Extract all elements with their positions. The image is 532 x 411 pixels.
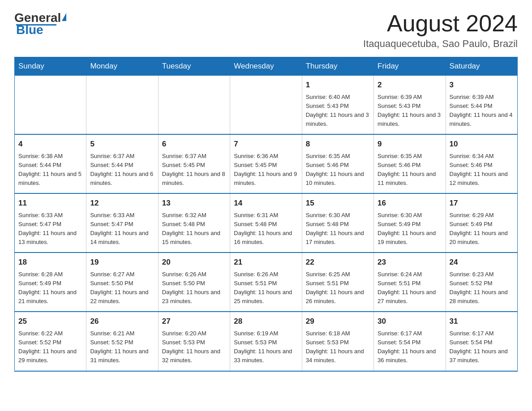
day-info: Sunrise: 6:17 AM Sunset: 5:54 PM Dayligh… (450, 329, 514, 365)
day-info: Sunrise: 6:21 AM Sunset: 5:52 PM Dayligh… (90, 329, 154, 365)
header-row: SundayMondayTuesdayWednesdayThursdayFrid… (15, 57, 518, 76)
day-info: Sunrise: 6:38 AM Sunset: 5:44 PM Dayligh… (18, 152, 82, 188)
day-info: Sunrise: 6:36 AM Sunset: 5:45 PM Dayligh… (234, 152, 298, 188)
day-info: Sunrise: 6:37 AM Sunset: 5:44 PM Dayligh… (90, 152, 154, 188)
day-number: 26 (90, 316, 154, 327)
day-info: Sunrise: 6:33 AM Sunset: 5:47 PM Dayligh… (18, 211, 82, 247)
day-cell (230, 76, 302, 135)
day-info: Sunrise: 6:20 AM Sunset: 5:53 PM Dayligh… (162, 329, 226, 365)
day-info: Sunrise: 6:27 AM Sunset: 5:50 PM Dayligh… (90, 270, 154, 306)
day-info: Sunrise: 6:25 AM Sunset: 5:51 PM Dayligh… (306, 270, 370, 306)
day-cell: 19Sunrise: 6:27 AM Sunset: 5:50 PM Dayli… (86, 253, 158, 312)
day-number: 14 (234, 197, 298, 209)
day-number: 11 (18, 197, 82, 209)
day-info: Sunrise: 6:22 AM Sunset: 5:52 PM Dayligh… (18, 329, 82, 365)
day-info: Sunrise: 6:24 AM Sunset: 5:51 PM Dayligh… (378, 270, 442, 306)
day-cell: 3Sunrise: 6:39 AM Sunset: 5:44 PM Daylig… (446, 76, 517, 135)
day-cell: 29Sunrise: 6:18 AM Sunset: 5:53 PM Dayli… (302, 312, 373, 371)
day-info: Sunrise: 6:40 AM Sunset: 5:43 PM Dayligh… (306, 93, 370, 129)
day-number: 10 (450, 138, 514, 150)
day-info: Sunrise: 6:26 AM Sunset: 5:51 PM Dayligh… (234, 270, 298, 306)
day-info: Sunrise: 6:17 AM Sunset: 5:54 PM Dayligh… (378, 329, 442, 365)
day-cell (15, 76, 86, 135)
day-number: 21 (234, 257, 298, 268)
day-cell: 27Sunrise: 6:20 AM Sunset: 5:53 PM Dayli… (158, 312, 230, 371)
header-day-tuesday: Tuesday (158, 57, 230, 76)
day-cell: 15Sunrise: 6:30 AM Sunset: 5:48 PM Dayli… (302, 193, 373, 253)
title-area: August 2024 Itaquaquecetuba, Sao Paulo, … (363, 11, 518, 50)
day-number: 13 (162, 197, 226, 209)
day-cell: 31Sunrise: 6:17 AM Sunset: 5:54 PM Dayli… (446, 312, 517, 371)
day-number: 31 (450, 316, 514, 327)
day-cell: 24Sunrise: 6:23 AM Sunset: 5:52 PM Dayli… (446, 253, 517, 312)
day-cell: 13Sunrise: 6:32 AM Sunset: 5:48 PM Dayli… (158, 193, 230, 253)
day-number: 29 (306, 316, 370, 327)
day-number: 19 (90, 257, 154, 268)
day-number: 15 (306, 197, 370, 209)
day-cell: 17Sunrise: 6:29 AM Sunset: 5:49 PM Dayli… (446, 193, 517, 253)
logo-blue-text: Blue (16, 23, 43, 37)
week-row-1: 1Sunrise: 6:40 AM Sunset: 5:43 PM Daylig… (15, 76, 518, 135)
header-day-saturday: Saturday (446, 57, 517, 76)
calendar-body: 1Sunrise: 6:40 AM Sunset: 5:43 PM Daylig… (15, 76, 518, 371)
header-day-sunday: Sunday (15, 57, 86, 76)
day-number: 9 (378, 138, 442, 150)
day-cell: 10Sunrise: 6:34 AM Sunset: 5:46 PM Dayli… (446, 134, 517, 193)
day-cell: 21Sunrise: 6:26 AM Sunset: 5:51 PM Dayli… (230, 253, 302, 312)
day-number: 3 (450, 79, 514, 91)
day-info: Sunrise: 6:28 AM Sunset: 5:49 PM Dayligh… (18, 270, 82, 306)
day-cell: 14Sunrise: 6:31 AM Sunset: 5:48 PM Dayli… (230, 193, 302, 253)
location-title: Itaquaquecetuba, Sao Paulo, Brazil (363, 38, 518, 50)
day-info: Sunrise: 6:23 AM Sunset: 5:52 PM Dayligh… (450, 270, 514, 306)
day-info: Sunrise: 6:39 AM Sunset: 5:43 PM Dayligh… (378, 93, 442, 129)
day-number: 6 (162, 138, 226, 150)
day-cell: 30Sunrise: 6:17 AM Sunset: 5:54 PM Dayli… (374, 312, 446, 371)
header: General Blue August 2024 Itaquaquecetuba… (14, 11, 518, 50)
day-cell: 4Sunrise: 6:38 AM Sunset: 5:44 PM Daylig… (15, 134, 86, 193)
day-info: Sunrise: 6:32 AM Sunset: 5:48 PM Dayligh… (162, 211, 226, 247)
day-info: Sunrise: 6:30 AM Sunset: 5:48 PM Dayligh… (306, 211, 370, 247)
day-info: Sunrise: 6:35 AM Sunset: 5:46 PM Dayligh… (306, 152, 370, 188)
day-cell: 20Sunrise: 6:26 AM Sunset: 5:50 PM Dayli… (158, 253, 230, 312)
day-cell: 11Sunrise: 6:33 AM Sunset: 5:47 PM Dayli… (15, 193, 86, 253)
day-cell: 8Sunrise: 6:35 AM Sunset: 5:46 PM Daylig… (302, 134, 373, 193)
day-cell: 5Sunrise: 6:37 AM Sunset: 5:44 PM Daylig… (86, 134, 158, 193)
logo: General Blue (14, 11, 66, 37)
header-day-wednesday: Wednesday (230, 57, 302, 76)
day-number: 30 (378, 316, 442, 327)
logo-triangle-icon (62, 13, 66, 21)
calendar-table: SundayMondayTuesdayWednesdayThursdayFrid… (14, 57, 518, 371)
day-cell: 12Sunrise: 6:33 AM Sunset: 5:47 PM Dayli… (86, 193, 158, 253)
day-number: 5 (90, 138, 154, 150)
week-row-3: 11Sunrise: 6:33 AM Sunset: 5:47 PM Dayli… (15, 193, 518, 253)
header-day-thursday: Thursday (302, 57, 373, 76)
day-info: Sunrise: 6:18 AM Sunset: 5:53 PM Dayligh… (306, 329, 370, 365)
day-number: 17 (450, 197, 514, 209)
day-number: 24 (450, 257, 514, 268)
month-title: August 2024 (363, 11, 518, 36)
day-cell: 9Sunrise: 6:35 AM Sunset: 5:46 PM Daylig… (374, 134, 446, 193)
day-number: 22 (306, 257, 370, 268)
day-number: 25 (18, 316, 82, 327)
day-info: Sunrise: 6:35 AM Sunset: 5:46 PM Dayligh… (378, 152, 442, 188)
header-day-monday: Monday (86, 57, 158, 76)
day-number: 4 (18, 138, 82, 150)
day-cell: 26Sunrise: 6:21 AM Sunset: 5:52 PM Dayli… (86, 312, 158, 371)
day-cell: 7Sunrise: 6:36 AM Sunset: 5:45 PM Daylig… (230, 134, 302, 193)
week-row-4: 18Sunrise: 6:28 AM Sunset: 5:49 PM Dayli… (15, 253, 518, 312)
day-info: Sunrise: 6:30 AM Sunset: 5:49 PM Dayligh… (378, 211, 442, 247)
day-info: Sunrise: 6:34 AM Sunset: 5:46 PM Dayligh… (450, 152, 514, 188)
day-cell: 6Sunrise: 6:37 AM Sunset: 5:45 PM Daylig… (158, 134, 230, 193)
day-cell: 18Sunrise: 6:28 AM Sunset: 5:49 PM Dayli… (15, 253, 86, 312)
day-number: 18 (18, 257, 82, 268)
day-number: 27 (162, 316, 226, 327)
week-row-2: 4Sunrise: 6:38 AM Sunset: 5:44 PM Daylig… (15, 134, 518, 193)
calendar-header: SundayMondayTuesdayWednesdayThursdayFrid… (15, 57, 518, 76)
day-cell (158, 76, 230, 135)
day-info: Sunrise: 6:39 AM Sunset: 5:44 PM Dayligh… (450, 93, 514, 129)
day-cell: 22Sunrise: 6:25 AM Sunset: 5:51 PM Dayli… (302, 253, 373, 312)
day-number: 28 (234, 316, 298, 327)
day-number: 1 (306, 79, 370, 91)
day-info: Sunrise: 6:31 AM Sunset: 5:48 PM Dayligh… (234, 211, 298, 247)
day-number: 12 (90, 197, 154, 209)
